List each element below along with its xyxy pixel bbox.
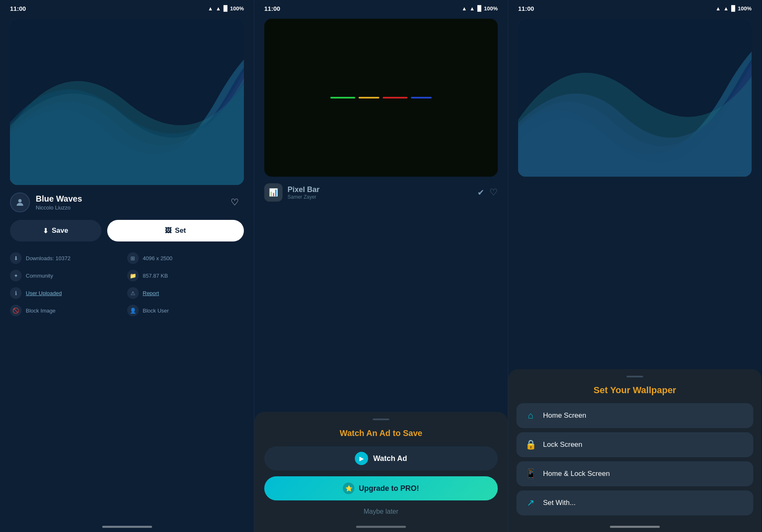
author-name-2: Samer Zayer [288,194,320,200]
svg-point-1 [18,199,22,202]
status-icons-3: ▲ ▲ ▉ 100% [715,5,752,12]
green-bar [330,97,355,99]
set-with-label: Set With... [543,499,575,507]
favorite-icon-2[interactable]: ♡ [489,187,498,198]
avatar-2: 📊 [264,183,283,202]
download-icon: ⬇ [10,252,22,264]
status-bar-1: 11:00 ▲ ▲ ▉ 100% [0,0,254,15]
pro-label: Upgrade to PRO! [359,484,419,493]
community-icon: ✦ [10,270,22,281]
block-user-icon: 👤 [127,305,139,316]
home-lock-label: Home & Lock Screen [543,470,610,478]
watch-ad-label: Watch Ad [373,454,407,463]
lock-screen-button[interactable]: 🔒 Lock Screen [516,432,753,457]
pixel-bars [330,97,432,99]
home-icon: ⌂ [525,410,536,421]
battery-icon-2: ▉ [477,5,482,12]
sheet-handle-2 [373,419,389,420]
set-sheet-title: Set Your Wallpaper [516,385,753,396]
maybe-later-button[interactable]: Maybe later [264,508,498,515]
home-indicator-3 [610,526,660,528]
lock-screen-label: Lock Screen [543,441,583,449]
home-screen-button[interactable]: ⌂ Home Screen [516,403,753,428]
meta-downloads: ⬇ Downloads: 10372 [10,252,127,264]
wifi-icon-2: ▲ [462,5,467,12]
status-icons-2: ▲ ▲ ▉ 100% [462,5,498,12]
set-icon: 🖼 [165,227,172,234]
signal-icon-2: ▲ [469,5,475,12]
watch-ad-button[interactable]: ▶ Watch Ad [264,446,498,470]
set-button[interactable]: 🖼 Set [107,220,244,241]
report-icon: ⚠ [127,287,139,299]
meta-resolution: ⊞ 4096 x 2500 [127,252,244,264]
author-info-1: Blue Waves Niccolo Liuzzo [10,192,82,212]
block-icon: 🚫 [10,305,22,316]
meta-block-user: 👤 Block User [127,305,244,316]
meta-uploaded[interactable]: ℹ User Uploaded [10,287,127,299]
panel-1: 11:00 ▲ ▲ ▉ 100% [0,0,254,532]
pixel-bar-display [264,19,498,177]
time-1: 11:00 [10,5,26,12]
yellow-bar [359,97,379,99]
signal-icon: ▲ [216,5,221,12]
battery-pct-2: 100% [484,5,498,12]
time-2: 11:00 [264,5,280,12]
author-details-2: Pixel Bar Samer Zayer [288,185,320,200]
blue-bar [411,97,432,99]
status-bar-3: 11:00 ▲ ▲ ▉ 100% [508,0,762,15]
lock-icon: 🔒 [525,439,536,450]
pro-star-icon: ⭐ [343,483,354,494]
author-row-1: Blue Waves Niccolo Liuzzo ♡ [0,185,254,217]
resolution-icon: ⊞ [127,252,139,264]
status-icons-1: ▲ ▲ ▉ 100% [208,5,244,12]
upgrade-pro-button[interactable]: ⭐ Upgrade to PRO! [264,476,498,500]
battery-pct-3: 100% [738,5,752,12]
time-3: 11:00 [518,5,534,12]
share-icon: ↗ [525,498,536,508]
author-details-1: Blue Waves Niccolo Liuzzo [36,194,82,211]
wifi-icon: ▲ [208,5,213,12]
size-icon: 📁 [127,270,139,281]
meta-size: 📁 857.87 KB [127,270,244,281]
battery-icon: ▉ [224,5,228,12]
favorite-button-1[interactable]: ♡ [226,193,244,212]
meta-report[interactable]: ⚠ Report [127,287,244,299]
device-icon: 📱 [525,468,536,479]
info-icon: ℹ [10,287,22,299]
play-icon: ▶ [355,452,368,465]
verified-icon: ✔ [477,187,484,197]
home-lock-screen-button[interactable]: 📱 Home & Lock Screen [516,461,753,486]
sheet-title-2: Watch An Ad to Save [264,429,498,438]
meta-grid: ⬇ Downloads: 10372 ⊞ 4096 x 2500 ✦ Commu… [0,248,254,320]
status-bar-2: 11:00 ▲ ▲ ▉ 100% [254,0,508,15]
wallpaper-image-3[interactable] [518,19,752,177]
home-indicator-1 [102,526,152,528]
watch-ad-sheet: Watch An Ad to Save ▶ Watch Ad ⭐ Upgrade… [254,412,508,532]
p2-action-icons: ✔ ♡ [477,187,498,198]
avatar-1 [10,192,30,212]
set-wallpaper-sheet: Set Your Wallpaper ⌂ Home Screen 🔒 Lock … [508,369,762,532]
wallpaper-title-1: Blue Waves [36,194,82,204]
save-icon: ⬇ [43,227,48,235]
save-button[interactable]: ⬇ Save [10,220,101,241]
action-buttons-1: ⬇ Save 🖼 Set [0,217,254,248]
author-row-2: 📊 Pixel Bar Samer Zayer ✔ ♡ [254,177,508,206]
meta-block-image: 🚫 Block Image [10,305,127,316]
author-info-2: 📊 Pixel Bar Samer Zayer [264,183,320,202]
home-screen-label: Home Screen [543,411,586,420]
author-name-1: Niccolo Liuzzo [36,204,82,211]
red-bar [383,97,408,99]
wifi-icon-3: ▲ [715,5,721,12]
sheet-handle-3 [627,376,643,377]
battery-icon-3: ▉ [731,5,735,12]
wallpaper-image-1[interactable] [10,19,244,185]
panel-3: 11:00 ▲ ▲ ▉ 100% Set Your Wallpaper ⌂ Ho… [508,0,762,532]
panel-2: 11:00 ▲ ▲ ▉ 100% 📊 Pixel Bar S [254,0,508,532]
battery-pct-1: 100% [230,5,244,12]
wallpaper-image-2[interactable] [264,19,498,177]
home-indicator-2 [356,526,406,528]
wallpaper-title-2: Pixel Bar [288,185,320,194]
set-with-button[interactable]: ↗ Set With... [516,490,753,515]
signal-icon-3: ▲ [723,5,729,12]
meta-community: ✦ Community [10,270,127,281]
